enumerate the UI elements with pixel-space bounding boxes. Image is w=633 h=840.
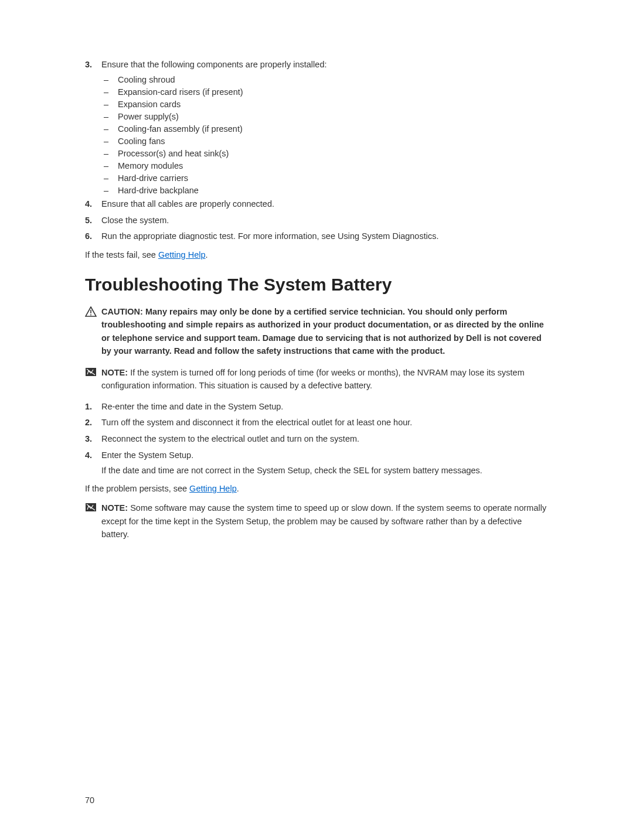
dash-icon: –	[104, 136, 118, 146]
caution-text: CAUTION: Many repairs may only be done b…	[101, 305, 548, 358]
bullet-item: – Cooling-fan assembly (if present)	[85, 124, 548, 134]
step-content: Enter the System Setup. If the date and …	[101, 449, 548, 477]
note-icon	[85, 366, 101, 392]
note-text: NOTE: If the system is turned off for lo…	[101, 366, 548, 392]
step-number: 3.	[85, 59, 101, 71]
step-5: 5. Close the system.	[85, 214, 548, 227]
note-label: NOTE:	[101, 503, 130, 513]
step-content: Ensure that the following components are…	[101, 59, 548, 71]
dash-icon: –	[104, 100, 118, 109]
bullet-item: – Expansion cards	[85, 100, 548, 109]
bullet-item: – Cooling shroud	[85, 75, 548, 84]
svg-point-1	[90, 314, 91, 315]
step-4: 4. Ensure that all cables are properly c…	[85, 198, 548, 211]
note-label: NOTE:	[101, 368, 130, 377]
bullet-text: Cooling fans	[118, 136, 548, 146]
step-number: 1.	[85, 401, 101, 414]
note-block-1: NOTE: If the system is turned off for lo…	[85, 366, 548, 392]
dash-icon: –	[104, 112, 118, 121]
dash-icon: –	[104, 149, 118, 158]
tests-fail-prefix: If the tests fail, see	[85, 250, 158, 259]
bullet-text: Hard-drive backplane	[118, 186, 548, 195]
bullet-text: Cooling shroud	[118, 75, 548, 84]
step-text: Reconnect the system to the electrical o…	[101, 433, 548, 446]
caution-label: CAUTION:	[101, 307, 145, 316]
step-6: 6. Run the appropriate diagnostic test. …	[85, 230, 548, 243]
bullet-item: – Processor(s) and heat sink(s)	[85, 149, 548, 158]
bullet-item: – Power supply(s)	[85, 112, 548, 121]
step-text: Re-enter the time and date in the System…	[101, 401, 548, 414]
bullet-text: Hard-drive carriers	[118, 173, 548, 183]
bullet-item: – Hard-drive carriers	[85, 173, 548, 183]
step-number: 2.	[85, 416, 101, 429]
dash-icon: –	[104, 75, 118, 84]
persists-line: If the problem persists, see Getting Hel…	[85, 483, 548, 496]
caution-body: Many repairs may only be done by a certi…	[101, 307, 544, 356]
step-text: Turn off the system and disconnect it fr…	[101, 416, 548, 429]
bullet-item: – Expansion-card risers (if present)	[85, 87, 548, 97]
getting-help-link[interactable]: Getting Help	[189, 484, 237, 493]
note-icon	[85, 501, 101, 541]
bullet-item: – Hard-drive backplane	[85, 186, 548, 195]
persists-prefix: If the problem persists, see	[85, 484, 189, 493]
step-number: 3.	[85, 433, 101, 446]
step-number: 5.	[85, 214, 101, 227]
bullet-item: – Memory modules	[85, 161, 548, 170]
bullet-text: Cooling-fan assembly (if present)	[118, 124, 548, 134]
step-3-lead: Ensure that the following components are…	[101, 59, 548, 71]
step-b3: 3. Reconnect the system to the electrica…	[85, 433, 548, 446]
bullet-text: Memory modules	[118, 161, 548, 170]
getting-help-link[interactable]: Getting Help	[158, 250, 206, 259]
period: .	[206, 250, 208, 259]
bullet-item: – Cooling fans	[85, 136, 548, 146]
step-text: Run the appropriate diagnostic test. For…	[101, 230, 548, 243]
step-b4-sub: If the date and time are not correct in …	[101, 465, 548, 477]
note-body: Some software may cause the system time …	[101, 503, 546, 539]
bullet-text: Processor(s) and heat sink(s)	[118, 149, 548, 158]
note-text: NOTE: Some software may cause the system…	[101, 501, 548, 541]
step-text: Close the system.	[101, 214, 548, 227]
dash-icon: –	[104, 173, 118, 183]
step-number: 4.	[85, 449, 101, 477]
bullet-text: Power supply(s)	[118, 112, 548, 121]
tests-fail-line: If the tests fail, see Getting Help.	[85, 249, 548, 262]
note-body: If the system is turned off for long per…	[101, 368, 525, 390]
period: .	[237, 484, 239, 493]
dash-icon: –	[104, 186, 118, 195]
step-number: 4.	[85, 198, 101, 211]
caution-block: CAUTION: Many repairs may only be done b…	[85, 305, 548, 358]
page-number: 70	[85, 795, 94, 805]
dash-icon: –	[104, 87, 118, 97]
note-block-2: NOTE: Some software may cause the system…	[85, 501, 548, 541]
step-number: 6.	[85, 230, 101, 243]
bullet-text: Expansion cards	[118, 100, 548, 109]
bullet-text: Expansion-card risers (if present)	[118, 87, 548, 97]
dash-icon: –	[104, 124, 118, 134]
step-text: Ensure that all cables are properly conn…	[101, 198, 548, 211]
steps-list-b: 1. Re-enter the time and date in the Sys…	[85, 401, 548, 477]
section-heading: Troubleshooting The System Battery	[85, 275, 548, 295]
step-b4: 4. Enter the System Setup. If the date a…	[85, 449, 548, 477]
dash-icon: –	[104, 161, 118, 170]
caution-icon	[85, 305, 101, 358]
step-3: 3. Ensure that the following components …	[85, 59, 548, 71]
step-b1: 1. Re-enter the time and date in the Sys…	[85, 401, 548, 414]
step-b4-text: Enter the System Setup.	[101, 449, 548, 462]
step-b2: 2. Turn off the system and disconnect it…	[85, 416, 548, 429]
